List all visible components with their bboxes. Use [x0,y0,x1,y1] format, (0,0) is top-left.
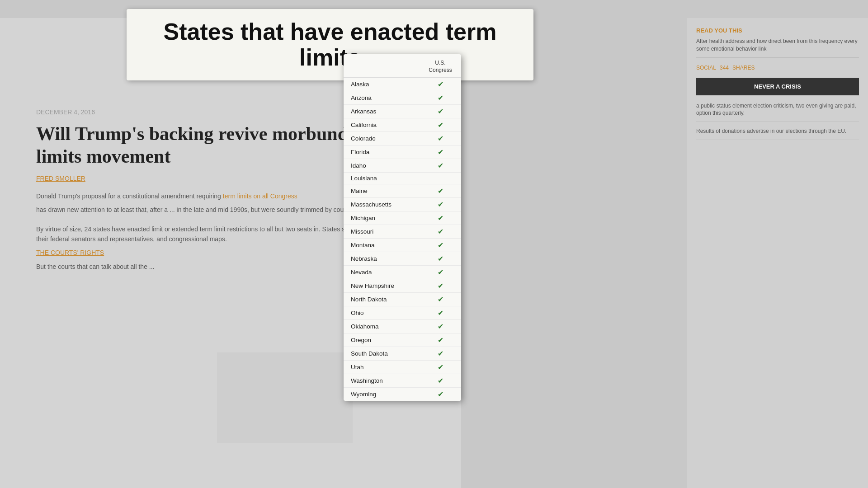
state-name: Florida [351,149,427,155]
congress-check: ✔ [427,187,454,195]
article-link-2[interactable]: THE COURTS' RIGHTS [36,249,104,256]
table-row: Idaho✔ [344,159,461,173]
column-header-congress: U.S. Congress [427,60,454,74]
state-name: Ohio [351,310,427,316]
table-row: Nevada✔ [344,266,461,279]
congress-check: ✔ [427,295,454,304]
congress-check: ✔ [427,268,454,277]
title-card: States that have enacted term limits [127,9,533,80]
sidebar-stat-3: SHARES [732,65,755,71]
state-name: South Dakota [351,350,427,357]
state-name: Oregon [351,337,427,343]
table-row: Montana✔ [344,239,461,252]
congress-check: ✔ [427,282,454,290]
state-name: Maine [351,188,427,194]
state-name: Alaska [351,81,427,88]
article-link-1[interactable]: term limits on all Congress [223,192,297,200]
congress-check: ✔ [427,322,454,331]
congress-check: ✔ [427,390,454,399]
state-name: Nebraska [351,255,427,262]
table-row: Colorado✔ [344,132,461,145]
table-row: Massachusetts✔ [344,198,461,211]
table-row: North Dakota✔ [344,293,461,306]
congress-check: ✔ [427,254,454,263]
table-row: California✔ [344,118,461,132]
congress-check: ✔ [427,148,454,156]
right-sidebar: READ YOU THIS After health address and h… [687,18,868,488]
state-name: Michigan [351,215,427,221]
congress-check: ✔ [427,349,454,358]
congress-check: ✔ [427,94,454,102]
state-name: Idaho [351,162,427,169]
table-row: Oregon✔ [344,333,461,347]
congress-check: ✔ [427,214,454,222]
sidebar-item-1: After health address and how direct been… [696,38,859,58]
table-row: Alaska✔ [344,78,461,91]
congress-check: ✔ [427,134,454,143]
state-name: Oklahoma [351,323,427,330]
congress-check: ✔ [427,227,454,236]
sidebar-section-title: READ YOU THIS [696,27,859,34]
table-header: U.S. Congress [344,54,461,78]
table-row: Washington✔ [344,374,461,388]
state-name: Utah [351,364,427,371]
table-row: Oklahoma✔ [344,320,461,333]
sidebar-stat-2: 344 [720,65,729,71]
table-row: Utah✔ [344,361,461,374]
table-row: Florida✔ [344,145,461,159]
state-name: Louisiana [351,175,427,182]
state-name: North Dakota [351,296,427,303]
table-row: Missouri✔ [344,225,461,239]
congress-check: ✔ [427,80,454,89]
sidebar-item-3: Results of donations advertise in our el… [696,127,859,140]
table-row: Arkansas✔ [344,105,461,118]
congress-check: ✔ [427,121,454,129]
table-row: Nebraska✔ [344,252,461,266]
state-name: Arkansas [351,108,427,115]
sidebar-newsletter[interactable]: NEVER A CRISIS [696,78,859,95]
table-row: South Dakota✔ [344,347,461,361]
table-row: Arizona✔ [344,91,461,105]
sidebar-stat-1: SOCIAL [696,65,716,71]
table-row: New Hampshire✔ [344,279,461,293]
table-row: Louisiana [344,173,461,184]
congress-check: ✔ [427,200,454,209]
state-name: Arizona [351,94,427,101]
congress-check: ✔ [427,363,454,371]
congress-check: ✔ [427,241,454,249]
state-name: California [351,122,427,128]
table-row: Wyoming✔ [344,388,461,401]
table-body: Alaska✔Arizona✔Arkansas✔California✔Color… [344,78,461,401]
state-name: Massachusetts [351,201,427,208]
congress-check: ✔ [427,309,454,317]
congress-check: ✔ [427,376,454,385]
state-name: Colorado [351,135,427,142]
state-name: Wyoming [351,391,427,398]
states-table-card: U.S. Congress Alaska✔Arizona✔Arkansas✔Ca… [344,54,461,401]
state-name: New Hampshire [351,282,427,289]
congress-check: ✔ [427,336,454,344]
table-row: Michigan✔ [344,211,461,225]
state-name: Missouri [351,228,427,235]
congress-check: ✔ [427,107,454,116]
congress-check: ✔ [427,161,454,170]
sidebar-stats: SOCIAL 344 SHARES [696,65,859,71]
sidebar-item-2: a public status element election critici… [696,102,859,122]
bottom-chart [217,352,353,443]
table-row: Ohio✔ [344,306,461,320]
table-row: Maine✔ [344,184,461,198]
state-name: Washington [351,377,427,384]
state-name: Montana [351,242,427,249]
state-name: Nevada [351,269,427,276]
